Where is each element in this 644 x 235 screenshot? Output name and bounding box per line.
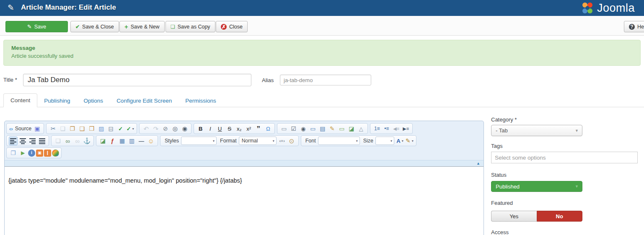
show-blocks-icon[interactable]: ▶ [18, 149, 27, 158]
magnify-icon[interactable]: ⊙ [287, 137, 296, 145]
tab-options[interactable]: Options [77, 94, 110, 107]
save-icon: ✎ [27, 24, 32, 29]
align-center-icon[interactable] [18, 137, 27, 145]
tab-permissions[interactable]: Permissions [178, 94, 223, 107]
status-value: Published [496, 183, 520, 190]
check-icon: ✔ [75, 24, 80, 29]
undo-icon[interactable]: ↶ [142, 124, 150, 133]
featured-label: Featured [491, 200, 513, 206]
spellcheck-icon[interactable]: ✓ [116, 124, 125, 133]
category-select[interactable]: - Tab ▼ [491, 125, 582, 136]
pagebreak-icon[interactable]: ❙ [44, 150, 51, 157]
featured-no-button[interactable]: No [537, 211, 583, 222]
align-justify-icon[interactable] [38, 137, 47, 145]
image-icon[interactable]: ◪ [98, 137, 107, 145]
table-properties-icon[interactable]: ▥ [127, 137, 136, 145]
help-button[interactable]: ? Help [624, 21, 644, 32]
numbered-list-icon[interactable]: 1≡ [372, 124, 381, 133]
link-icon[interactable]: ∞ [63, 137, 72, 145]
special-char-icon[interactable]: Ω [264, 124, 272, 133]
outdent-icon[interactable]: ◀≡ [392, 124, 401, 133]
redo-icon[interactable]: ↷ [151, 124, 160, 133]
alias-label: Alias [262, 77, 274, 83]
form-icon[interactable]: ▭ [279, 124, 288, 133]
radio-button-icon[interactable]: ◉ [299, 124, 308, 133]
horizontal-rule-icon[interactable]: ― [137, 137, 146, 145]
tab-configure-edit-screen[interactable]: Configure Edit Screen [110, 94, 178, 107]
table-icon[interactable]: ▦ [118, 137, 127, 145]
featured-toggle: Yes No [491, 211, 582, 222]
source-button[interactable]: ‹›Source [9, 124, 32, 133]
media-icon[interactable] [52, 150, 59, 157]
print-icon[interactable]: ⊟ [106, 124, 115, 133]
bold-icon[interactable]: B [196, 124, 205, 133]
collapse-toolbar-icon[interactable]: ▲ [476, 161, 480, 165]
flash-icon[interactable]: ƒ [108, 137, 117, 145]
unlink-icon[interactable]: ∞ [73, 137, 82, 145]
cut-icon[interactable]: ✂ [49, 124, 57, 133]
joomla-logo: Joomla [579, 1, 644, 15]
title-input[interactable] [23, 74, 251, 86]
styles-select[interactable]: ▾ [181, 137, 217, 145]
message-title: Message [11, 45, 633, 51]
checkbox-icon[interactable]: ☑ [289, 124, 298, 133]
text-field-icon[interactable]: ▭ [308, 124, 317, 133]
paste-word-icon[interactable]: ❒ [87, 124, 96, 133]
button-icon[interactable]: ▭ [337, 124, 346, 133]
tab-content[interactable]: Content [3, 93, 37, 107]
blockquote-icon[interactable]: ” [254, 124, 263, 133]
superscript-icon[interactable]: x² [244, 124, 253, 133]
tab-publishing[interactable]: Publishing [37, 94, 77, 107]
underline-icon[interactable]: U [215, 124, 224, 133]
tags-input[interactable] [491, 152, 638, 163]
plus-icon: + [124, 23, 128, 30]
save-close-button[interactable]: ✔ Save & Close [70, 21, 119, 32]
paste-icon[interactable]: ❐ [68, 124, 77, 133]
align-right-icon[interactable] [28, 137, 37, 145]
about-icon[interactable]: i [28, 150, 35, 157]
textarea-icon[interactable]: ✎ [328, 124, 336, 133]
remove-format-icon[interactable]: ⊘ [161, 124, 170, 133]
anchor-icon[interactable]: ⚓ [83, 137, 91, 145]
replace-icon[interactable]: ◉ [180, 124, 189, 133]
strikethrough-icon[interactable]: S [225, 124, 234, 133]
paste-text-icon[interactable]: ❑ [78, 124, 86, 133]
select-all-icon[interactable]: ▨ [97, 124, 106, 133]
close-button[interactable]: ✗ Close [216, 21, 248, 32]
align-left-icon[interactable] [9, 137, 18, 145]
category-value: - Tab [496, 127, 508, 134]
document-link-icon[interactable]: ❏ [54, 137, 62, 145]
alias-input[interactable] [280, 75, 371, 85]
hidden-field-icon[interactable]: △ [357, 124, 365, 133]
div-container-icon[interactable]: ‹÷› [278, 137, 287, 145]
bg-color-icon[interactable]: ✎▾ [405, 137, 414, 145]
save-copy-button[interactable]: ❏ Save as Copy [166, 21, 215, 32]
copy-icon[interactable]: ❏ [58, 124, 67, 133]
scayt-icon[interactable]: ✓▾ [126, 124, 134, 133]
font-select[interactable]: ▾ [318, 137, 360, 145]
size-select[interactable]: ▾ [375, 137, 394, 145]
maximize-icon[interactable]: ❐ [9, 149, 18, 158]
smiley-icon[interactable]: ☺ [147, 137, 155, 145]
image-manager-icon[interactable]: ▣ [36, 150, 43, 157]
format-select[interactable]: Normal▾ [239, 137, 277, 145]
indent-icon[interactable]: ▶≡ [401, 124, 410, 133]
find-icon[interactable]: ◎ [171, 124, 179, 133]
subscript-icon[interactable]: x₂ [235, 124, 243, 133]
image-button-icon[interactable]: ◪ [347, 124, 356, 133]
bullet-list-icon[interactable]: •≡ [382, 124, 391, 133]
status-select[interactable]: Published ▼ [491, 181, 582, 192]
select-field-icon[interactable]: ▤ [318, 124, 327, 133]
message-body: Article successfully saved [11, 53, 633, 59]
editor-content[interactable]: {jatabs type="module" modulename="mod_me… [5, 166, 484, 235]
text-color-icon[interactable]: A▾ [396, 137, 404, 145]
italic-icon[interactable]: I [206, 124, 215, 133]
save-document-icon[interactable]: ▣ [33, 124, 41, 133]
editor-collapse-strip: ▲ [5, 160, 484, 166]
action-toolbar: ✎ Save ✔ Save & Close + Save & New ❏ Sav… [0, 16, 644, 36]
featured-yes-button[interactable]: Yes [491, 211, 537, 222]
tags-label: Tags [491, 143, 502, 149]
editor: ‹›Source▣✂❏❐❑❒▨⊟✓✓▾↶↷⊘◎◉BIUSx₂x²”Ω▭☑◉▭▤✎… [4, 121, 484, 235]
save-new-button[interactable]: + Save & New [119, 21, 165, 32]
save-button[interactable]: ✎ Save [5, 21, 68, 32]
